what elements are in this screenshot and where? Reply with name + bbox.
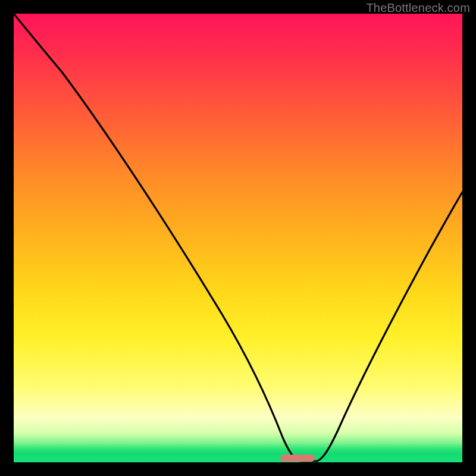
bottleneck-marker — [280, 455, 315, 462]
curve-path — [14, 14, 462, 461]
bottleneck-curve — [14, 14, 462, 462]
watermark-text: TheBottleneck.com — [366, 1, 470, 15]
plot-area — [14, 14, 462, 462]
chart-frame: TheBottleneck.com — [0, 0, 476, 476]
